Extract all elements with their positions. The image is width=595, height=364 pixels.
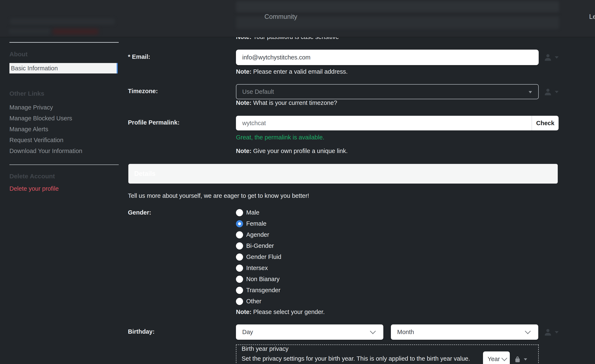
email-label: * Email: (128, 53, 150, 60)
sidebar-links: Manage PrivacyManage Blocked UsersManage… (9, 104, 82, 158)
timezone-note: Note: What is your current timezone? (236, 99, 337, 106)
note-text: What is your current timezone? (253, 99, 337, 106)
email-note: Note: Please enter a valid email address… (236, 68, 348, 75)
gender-option-label: Gender Fluid (246, 253, 281, 260)
email-field[interactable] (236, 50, 539, 65)
birthday-day-select[interactable]: Day (236, 324, 383, 340)
gender-option-bi-gender[interactable]: Bi-Gender (236, 240, 281, 251)
year-selected-value: Year (488, 356, 500, 363)
gender-option-label: Transgender (246, 287, 280, 294)
profile-settings-page: Note: Your password is case sensitive Co… (0, 0, 595, 364)
blurred-nav-bar (236, 1, 559, 12)
note-prefix: Note: (236, 147, 251, 154)
delete-profile-link[interactable]: Delete your profile (9, 185, 59, 192)
permalink-label: Profile Permalink: (128, 119, 180, 126)
sidebar-divider (9, 42, 119, 43)
note-text: Please select your gender. (253, 308, 325, 315)
month-selected-value: Month (397, 329, 414, 336)
chevron-down-icon (370, 328, 376, 334)
gender-note: Note: Please select your gender. (236, 308, 325, 315)
header-right-link[interactable]: Le (589, 13, 595, 21)
details-intro-text: Tell us more about yourself, we are eage… (128, 192, 309, 199)
blurred-red-button (53, 29, 98, 35)
note-text: Give your own profile a unique link. (253, 147, 347, 154)
gender-option-other[interactable]: Other (236, 296, 281, 307)
person-icon (544, 328, 552, 336)
timezone-select[interactable]: Use Default (236, 84, 539, 99)
caret-down-icon (555, 91, 559, 93)
sidebar-link-manage-alerts[interactable]: Manage Alerts (9, 125, 82, 136)
radio-selected-icon[interactable] (236, 220, 243, 227)
birth-year-privacy-title: Birth year privacy (242, 345, 289, 352)
radio-icon[interactable] (236, 298, 243, 305)
gender-label: Gender: (128, 209, 151, 216)
gender-option-label: Female (246, 220, 267, 227)
check-permalink-button[interactable]: Check (531, 116, 559, 130)
birthday-month-select[interactable]: Month (391, 324, 538, 340)
sidebar-other-links-heading: Other Links (9, 90, 44, 97)
note-prefix: Note: (236, 99, 251, 106)
timezone-selected-value: Use Default (242, 88, 274, 95)
year-privacy-selector[interactable] (514, 355, 521, 364)
gender-option-label: Agender (246, 231, 269, 238)
radio-icon[interactable] (236, 276, 243, 283)
gender-option-label: Bi-Gender (246, 242, 274, 249)
caret-down-icon (555, 56, 559, 59)
details-section-title: Details (134, 170, 156, 177)
note-text: Please enter a valid email address. (253, 68, 347, 75)
sidebar-divider (9, 165, 119, 165)
timezone-privacy-selector[interactable] (544, 87, 559, 96)
birthday-label: Birthday: (128, 328, 155, 335)
person-icon (544, 53, 552, 62)
note-prefix: Note: (236, 308, 251, 315)
gender-option-male[interactable]: Male (236, 207, 281, 218)
gender-option-intersex[interactable]: Intersex (236, 262, 281, 273)
caret-down-icon (555, 331, 559, 333)
radio-icon[interactable] (236, 253, 243, 261)
day-selected-value: Day (242, 329, 253, 336)
gender-option-agender[interactable]: Agender (236, 229, 281, 240)
gender-option-label: Male (246, 209, 259, 216)
sidebar-item-basic-information[interactable]: Basic Information (9, 63, 118, 73)
chevron-down-icon (525, 328, 531, 334)
sidebar-link-download-your-information[interactable]: Download Your Information (9, 147, 82, 158)
radio-icon[interactable] (236, 209, 243, 216)
sidebar-delete-heading: Delete Account (9, 173, 55, 180)
person-icon (544, 87, 552, 96)
caret-down-icon[interactable] (524, 358, 527, 360)
sidebar-link-manage-privacy[interactable]: Manage Privacy (9, 104, 82, 114)
gender-option-label: Non Bianary (246, 276, 280, 283)
sidebar-about-heading: About (9, 51, 28, 58)
blurred-site-title (10, 18, 115, 25)
radio-icon[interactable] (236, 287, 243, 294)
birthday-year-select[interactable]: Year (483, 351, 510, 364)
permalink-success-message: Great, the permalink is available. (236, 134, 324, 141)
gender-option-transgender[interactable]: Transgender (236, 285, 281, 296)
caret-down-icon (529, 91, 532, 93)
birthday-privacy-selector[interactable] (544, 328, 559, 336)
gender-option-gender-fluid[interactable]: Gender Fluid (236, 251, 281, 262)
birth-year-privacy-text: Set the privacy settings for your birth … (242, 355, 470, 362)
details-section-bar: Details (128, 164, 558, 184)
gender-option-non-bianary[interactable]: Non Bianary (236, 273, 281, 285)
blurred-breadcrumb (9, 28, 51, 34)
gender-option-label: Other (246, 298, 262, 305)
gender-options: MaleFemaleAgenderBi-GenderGender FluidIn… (236, 207, 281, 307)
community-tab[interactable]: Community (264, 13, 297, 21)
radio-icon[interactable] (236, 265, 243, 272)
chevron-down-icon (501, 355, 507, 361)
gender-option-label: Intersex (246, 265, 268, 272)
timezone-label: Timezone: (128, 88, 158, 95)
gender-option-female[interactable]: Female (236, 218, 281, 229)
permalink-field[interactable] (236, 116, 531, 130)
lock-icon (514, 355, 521, 363)
sidebar-link-manage-blocked-users[interactable]: Manage Blocked Users (9, 114, 82, 125)
note-prefix: Note: (236, 68, 251, 75)
sidebar-link-request-verification[interactable]: Request Verification (9, 136, 82, 147)
radio-icon[interactable] (236, 231, 243, 238)
radio-icon[interactable] (236, 242, 243, 250)
permalink-note: Note: Give your own profile a unique lin… (236, 147, 348, 154)
email-privacy-selector[interactable] (544, 53, 559, 62)
top-header: Community Le (0, 0, 595, 37)
